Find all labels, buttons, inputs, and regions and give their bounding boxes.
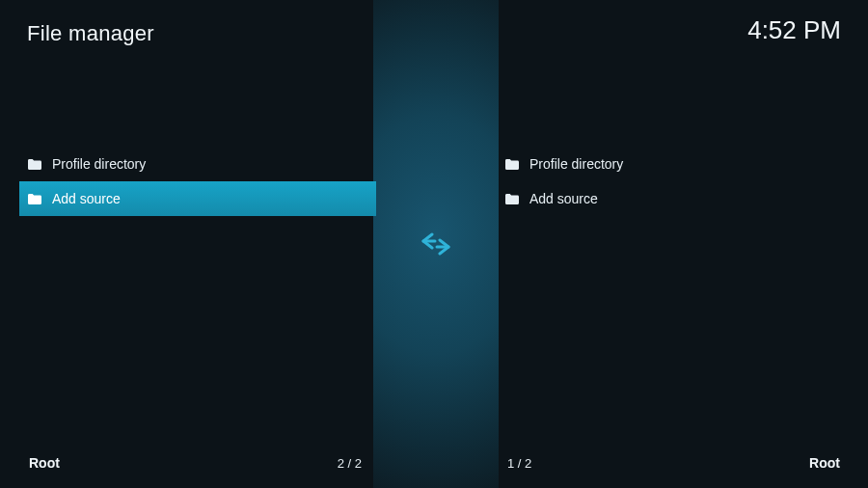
folder-icon — [504, 194, 520, 204]
folder-icon — [504, 159, 520, 170]
list-item[interactable]: Profile directory — [19, 147, 376, 181]
list-item-label: Profile directory — [529, 156, 846, 172]
swap-arrows-icon — [420, 231, 452, 257]
right-pane: Profile directory Add source — [497, 147, 854, 434]
list-item-label: Add source — [529, 191, 846, 206]
folder-icon — [27, 194, 42, 204]
list-item[interactable]: Add source — [19, 181, 376, 216]
path-label: Root — [29, 455, 60, 471]
right-footer: 1 / 2 Root — [507, 455, 840, 471]
list-item[interactable]: Profile directory — [497, 147, 854, 181]
path-label: Root — [809, 455, 840, 471]
page-title: File manager — [27, 21, 154, 46]
center-divider — [373, 0, 499, 488]
item-count: 1 / 2 — [507, 456, 531, 471]
app-root: File manager 4:52 PM Profile directory A… — [0, 0, 868, 488]
list-item-label: Profile directory — [52, 156, 368, 172]
item-count: 2 / 2 — [338, 456, 362, 471]
left-pane: Profile directory Add source — [19, 147, 376, 434]
list-item[interactable]: Add source — [497, 181, 854, 216]
clock: 4:52 PM — [747, 15, 841, 45]
list-item-label: Add source — [52, 191, 368, 206]
left-footer: Root 2 / 2 — [29, 455, 362, 471]
folder-icon — [27, 159, 42, 170]
